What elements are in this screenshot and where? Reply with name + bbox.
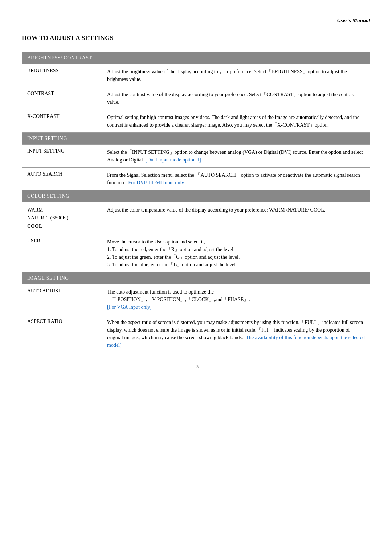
row-warm-cool: WARM NATURE（6500K） COOL Adjust the color… — [22, 202, 370, 234]
label-warm-cool: WARM NATURE（6500K） COOL — [22, 202, 102, 234]
label-input-setting: INPUT SETTING — [22, 145, 102, 168]
desc-input-setting: Select the「INPUT SETTING」option to chang… — [102, 145, 370, 168]
desc-x-contrast: Optimal setting for high contrast images… — [102, 110, 370, 133]
row-aspect-ratio: ASPECT RATIO When the aspect ratio of sc… — [22, 315, 370, 353]
settings-table: BRIGHTNESS/ CONTRAST BRIGHTNESS Adjust t… — [22, 52, 370, 353]
row-input-setting: INPUT SETTING Select the「INPUT SETTING」o… — [22, 145, 370, 168]
blue-dvi-hdmi: [For DVI/ HDMI Input only] — [127, 180, 186, 185]
blue-vga-only: [For VGA Input only] — [107, 304, 152, 310]
label-auto-search: AUTO SEARCH — [22, 168, 102, 190]
label-auto-adjust: AUTO ADJUST — [22, 284, 102, 315]
desc-user: Move the cursor to the User option and s… — [102, 234, 370, 272]
desc-warm-cool: Adjust the color temperature value of th… — [102, 202, 370, 234]
desc-auto-search: From the Signal Selection menu, select t… — [102, 168, 370, 190]
label-x-contrast: X-CONTRAST — [22, 110, 102, 133]
label-cool: COOL — [27, 223, 42, 229]
page-title: HOW TO ADJUST A SETTINGS — [22, 34, 370, 42]
header-row: User's Manual — [22, 17, 370, 24]
row-user: USER Move the cursor to the User option … — [22, 234, 370, 272]
section-header-input-setting: INPUT SETTING — [22, 133, 370, 145]
label-user: USER — [22, 234, 102, 272]
label-aspect-ratio: ASPECT RATIO — [22, 315, 102, 353]
row-x-contrast: X-CONTRAST Optimal setting for high cont… — [22, 110, 370, 133]
row-contrast: CONTRAST Adjust the contrast value of th… — [22, 87, 370, 110]
manual-title: User's Manual — [337, 17, 370, 24]
section-header-image-setting: IMAGE SETTING — [22, 272, 370, 284]
section-header-label-input: INPUT SETTING — [22, 133, 370, 145]
blue-availability: [The availability of this function depen… — [107, 335, 365, 348]
row-brightness: BRIGHTNESS Adjust the brightness value o… — [22, 64, 370, 87]
page-number: 13 — [22, 364, 370, 370]
desc-brightness: Adjust the brightness value of the displ… — [102, 64, 370, 87]
label-brightness: BRIGHTNESS — [22, 64, 102, 87]
row-auto-search: AUTO SEARCH From the Signal Selection me… — [22, 168, 370, 190]
desc-contrast: Adjust the contrast value of the display… — [102, 87, 370, 110]
section-header-label-image: IMAGE SETTING — [22, 272, 370, 284]
desc-auto-adjust: The auto adjustment function is used to … — [102, 284, 370, 315]
label-contrast: CONTRAST — [22, 87, 102, 110]
row-auto-adjust: AUTO ADJUST The auto adjustment function… — [22, 284, 370, 315]
section-header-color-setting: COLOR SETTING — [22, 190, 370, 202]
header-line — [22, 15, 370, 15]
section-header-label: BRIGHTNESS/ CONTRAST — [22, 52, 370, 64]
section-header-brightness-contrast: BRIGHTNESS/ CONTRAST — [22, 52, 370, 64]
desc-aspect-ratio: When the aspect ratio of screen is disto… — [102, 315, 370, 353]
blue-dual-input: [Dual input mode optional] — [146, 157, 201, 163]
section-header-label-color: COLOR SETTING — [22, 190, 370, 202]
